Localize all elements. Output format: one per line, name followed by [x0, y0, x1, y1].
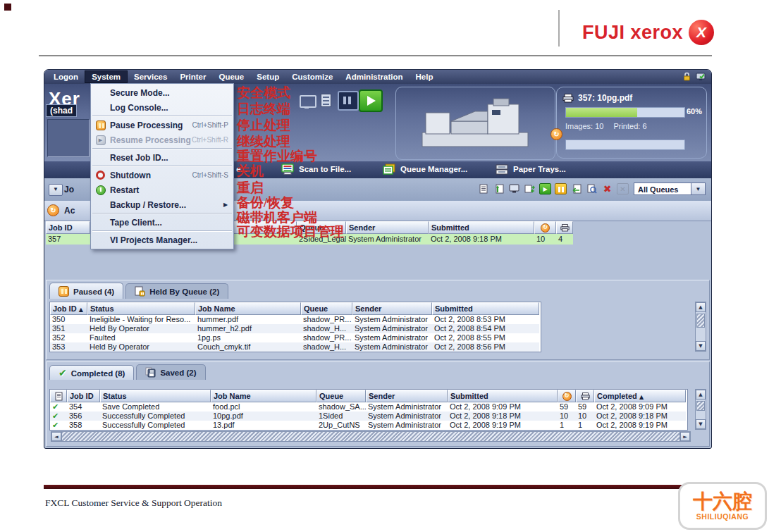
tab-held-by-queue[interactable]: Held By Queue (2) — [125, 283, 228, 299]
paused-panel: Paused (4) Held By Queue (2) Job ID ▲ St… — [46, 280, 710, 360]
menu-item-vi-projects-manager[interactable]: VI Projects Manager... — [91, 233, 233, 247]
completed-vertical-scrollbar[interactable]: ▲ ▼ — [695, 389, 706, 430]
column-header-printed-icon[interactable] — [576, 390, 594, 402]
paper-trays-button[interactable]: Paper Trays... — [496, 163, 566, 175]
menubar-item-printer[interactable]: Printer — [173, 70, 212, 83]
completed-tab-icon: ✔ — [59, 369, 67, 378]
menubar-item-logon[interactable]: Logon — [47, 70, 85, 83]
menubar-item-services[interactable]: Services — [128, 70, 173, 83]
paused-jobs-table: Job ID ▲ Status Job Name Queue Sender Su… — [49, 302, 541, 352]
scroll-thumb[interactable] — [696, 401, 705, 411]
column-header-job-id[interactable]: Job ID — [46, 221, 90, 234]
scroll-up-button[interactable]: ▲ — [696, 302, 706, 312]
menubar-item-customize[interactable]: Customize — [285, 70, 339, 83]
proof-job-icon[interactable] — [508, 183, 520, 194]
column-header-images-icon[interactable]: ↻ — [534, 221, 556, 234]
pause-printer-button[interactable] — [338, 91, 359, 111]
completed-horizontal-scrollbar[interactable]: ◄ ► — [51, 431, 691, 442]
cell-queue: shadow_H... — [301, 324, 352, 333]
table-row[interactable]: ✔ 354 Save Completed food.pcl shadow_SA.… — [50, 402, 687, 412]
menubar-item-help[interactable]: Help — [410, 70, 440, 83]
column-header-job-id[interactable]: Job ID ▲ — [50, 302, 87, 315]
banner-inset-panel — [47, 119, 90, 157]
scroll-down-button[interactable]: ▼ — [696, 419, 706, 429]
column-header-job-name[interactable]: Job Name — [195, 302, 301, 315]
job-properties-icon[interactable] — [477, 183, 489, 194]
scroll-left-button[interactable]: ◄ — [51, 432, 61, 441]
cell-job-name: hummer_h2.pdf — [195, 324, 301, 333]
menu-item-tape-client[interactable]: Tape Client... — [91, 215, 233, 230]
slide: FUJI xerox X Logon System Services Print… — [0, 0, 769, 532]
menu-item-pause-processing[interactable]: Pause Processing Ctrl+Shift-P — [91, 118, 233, 132]
paused-vertical-scrollbar[interactable]: ▲ ▼ — [695, 302, 706, 352]
tab-completed[interactable]: ✔ Completed (8) — [49, 365, 134, 380]
cell-completed: Oct 2, 2008 9:09 PM — [594, 402, 686, 412]
table-row[interactable]: ✔ 356 Successfully Completed 10pg.pdf 1S… — [50, 412, 687, 421]
table-row[interactable]: 350 Ineligible - Waiting for Reso... hum… — [50, 315, 541, 324]
menu-item-restart[interactable]: Restart — [91, 183, 233, 197]
column-header-job-icon[interactable] — [50, 390, 67, 402]
cell-images: 10 — [534, 234, 556, 245]
annotation-pause-processing: 停止处理 — [237, 118, 290, 132]
promote-job-icon[interactable] — [493, 183, 505, 194]
monitor-view-icon[interactable] — [300, 95, 316, 108]
tab-saved[interactable]: Saved (2) — [136, 364, 205, 380]
column-header-submitted[interactable]: Submitted — [429, 221, 534, 234]
return-job-icon[interactable] — [570, 183, 582, 194]
scroll-thumb[interactable] — [61, 432, 680, 441]
column-header-status[interactable]: Status — [100, 390, 211, 402]
column-header-submitted[interactable]: Submitted — [432, 302, 539, 315]
preview-job-icon[interactable] — [586, 183, 598, 194]
table-row[interactable]: 353 Held By Operator Couch_cmyk.tif shad… — [50, 342, 541, 352]
hold-job-icon[interactable] — [555, 183, 567, 194]
move-job-icon[interactable] — [524, 183, 536, 194]
menubar-item-system[interactable]: System — [85, 70, 128, 83]
release-job-icon[interactable]: ▶ — [539, 183, 551, 194]
menu-item-secure-mode[interactable]: Secure Mode... — [91, 85, 233, 100]
column-header-sender[interactable]: Sender — [352, 302, 432, 315]
table-row[interactable]: ✔ 358 Successfully Completed 13.pdf 2Up_… — [50, 421, 687, 430]
cell-job-name: Couch_cmyk.tif — [195, 342, 301, 352]
delete-job-icon[interactable]: ✕ — [617, 183, 629, 194]
column-header-queue[interactable]: Queue — [316, 390, 366, 402]
column-header-submitted[interactable]: Submitted — [448, 390, 558, 402]
column-header-sender[interactable]: Sender — [346, 221, 429, 234]
cell-submitted: Oct 2, 2008 8:56 PM — [432, 342, 539, 352]
scroll-down-button[interactable]: ▼ — [696, 341, 706, 351]
column-header-sender[interactable]: Sender — [366, 390, 448, 402]
scroll-right-button[interactable]: ► — [680, 432, 690, 441]
scroll-thumb[interactable] — [696, 314, 705, 328]
cell-images: 10 — [558, 412, 576, 421]
annotation-vi-projects-manager: 可变数据项目管理 — [237, 224, 344, 239]
column-header-status[interactable]: Status — [87, 302, 195, 315]
table-row[interactable]: 352 Faulted 1pg.ps shadow_PR... System A… — [50, 333, 541, 342]
menubar-item-administration[interactable]: Administration — [339, 70, 409, 83]
tab-paused[interactable]: Paused (4) — [49, 283, 123, 299]
menubar-item-setup[interactable]: Setup — [250, 70, 285, 83]
cell-job-name: 1pg.ps — [195, 333, 301, 342]
resume-printer-button[interactable] — [359, 89, 383, 112]
menubar-item-queue[interactable]: Queue — [212, 70, 250, 83]
cancel-job-icon[interactable]: ✖ — [601, 183, 613, 194]
column-header-queue[interactable]: Queue — [301, 302, 352, 315]
scroll-track[interactable] — [696, 400, 706, 419]
queue-filter-dropdown-button[interactable]: ▼ — [691, 183, 706, 195]
column-header-printed-icon[interactable] — [556, 221, 573, 234]
column-header-completed[interactable]: Completed ▲ — [594, 390, 686, 402]
scan-to-file-button[interactable]: Scan to File... — [281, 163, 351, 175]
collapse-section-button[interactable]: ▼ — [49, 184, 63, 196]
scroll-up-button[interactable]: ▲ — [696, 390, 706, 400]
menu-item-backup-restore[interactable]: Backup / Restore... ▶ — [91, 197, 233, 212]
cell-status: Held By Operator — [87, 342, 195, 352]
menu-item-reset-job-id[interactable]: Reset Job ID... — [91, 150, 233, 165]
menu-item-log-console[interactable]: Log Console... — [91, 100, 233, 115]
column-header-job-name[interactable]: Job Name — [211, 390, 316, 402]
queue-manager-button[interactable]: Queue Manager... — [383, 163, 467, 175]
scroll-track[interactable] — [696, 312, 706, 341]
column-header-job-id[interactable]: Job ID — [67, 390, 100, 402]
queue-filter-value[interactable]: All Queues — [634, 183, 691, 195]
menu-item-shutdown[interactable]: Shutdown Ctrl+Shift-S — [91, 168, 233, 183]
table-row[interactable]: 351 Held By Operator hummer_h2.pdf shado… — [50, 324, 541, 333]
column-header-images-icon[interactable]: ↻ — [558, 390, 576, 402]
list-view-icon[interactable] — [321, 94, 331, 107]
